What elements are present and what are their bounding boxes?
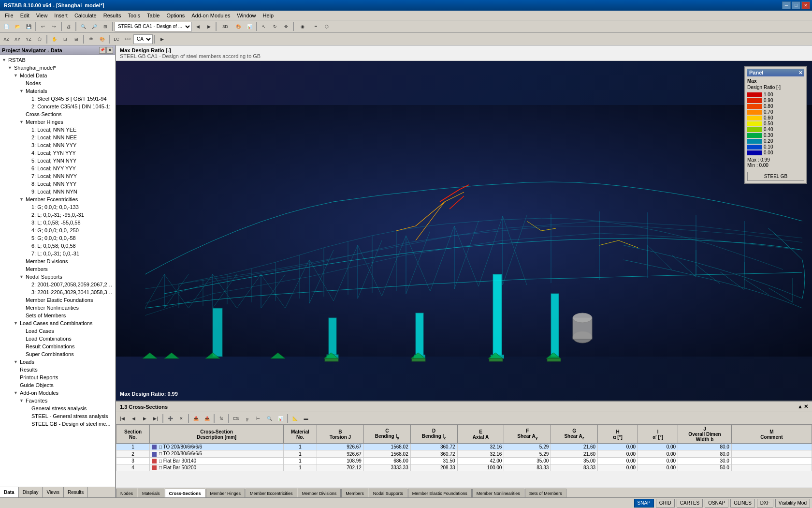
tree-item-nodes[interactable]: Nodes [0, 79, 115, 87]
close-button[interactable]: ✕ [801, 1, 810, 9]
bottom-tab-members[interactable]: Members [341, 489, 368, 497]
visibility-btn[interactable]: Visibility Mod [775, 499, 810, 508]
tree-item-ecc6[interactable]: 6: L; 0,0,58; 0,0,58 [0, 242, 115, 250]
tree-item-hinge9[interactable]: 9: Local; NNN NYN [0, 188, 115, 195]
menu-item-window[interactable]: Window [234, 12, 259, 19]
menu-item-add-on-modules[interactable]: Add-on Modules [188, 12, 233, 19]
next-btn[interactable]: ▶ [203, 21, 214, 32]
tree-item-model-data[interactable]: ▼Model Data [0, 72, 115, 79]
dxf-btn[interactable]: DXF [757, 499, 773, 508]
menu-item-tools[interactable]: Tools [125, 12, 143, 19]
table-del-btn[interactable]: ✕ [176, 413, 187, 424]
tree-item-ecc5[interactable]: 5: G; 0,0,0; 0,0,-58 [0, 234, 115, 242]
tree-item-member-hinges[interactable]: ▼Member Hinges [0, 118, 115, 126]
tree-item-scomb[interactable]: Super Combinations [0, 350, 115, 358]
fit-btn[interactable]: ⊞ [71, 34, 82, 45]
minimize-button[interactable]: ─ [782, 1, 791, 9]
tree-item-hinge1[interactable]: 1: Local; NNN YEE [0, 126, 115, 134]
design-combo[interactable]: STEEL GB CA1 - Design of ... [115, 22, 192, 31]
menu-item-help[interactable]: Help [260, 12, 277, 19]
load-no[interactable]: CA1 [133, 34, 153, 44]
table-row[interactable]: 1 □ TO 200/80/6/6/6/6 1 926.67 1568.02 3… [116, 444, 812, 450]
display-btn[interactable]: 👁 [86, 34, 96, 45]
bottom-tab-member-elastic-foundations[interactable]: Member Elastic Foundations [408, 489, 472, 497]
tree-item-steel-general[interactable]: STEEL - General stress analysis [0, 412, 115, 420]
steel-gb-button[interactable]: STEEL GB [747, 172, 804, 181]
render-btn[interactable]: 🎨 [233, 21, 244, 32]
top-view-btn[interactable]: XY [12, 34, 23, 45]
table-last-btn[interactable]: ▶| [150, 413, 161, 424]
tree-item-nodal-supports[interactable]: ▼Nodal Supports [0, 273, 115, 281]
grid-btn[interactable]: GRID [656, 499, 675, 508]
tree-item-cross-sections[interactable]: Cross-Sections [0, 110, 115, 118]
tree-item-member-ecc[interactable]: ▼Member Eccentricities [0, 195, 115, 203]
result-btn[interactable]: 📊 [244, 21, 255, 32]
print-btn[interactable]: 🖨 [63, 21, 74, 32]
tree-item-hinge6[interactable]: 6: Local; NYY YYY [0, 164, 115, 172]
bottom-tab-nodal-supports[interactable]: Nodal Supports [369, 489, 407, 497]
tree-item-sets-members[interactable]: Sets of Members [0, 312, 115, 319]
new-btn[interactable]: 📄 [1, 21, 12, 32]
table-ruler-btn[interactable]: 📐 [290, 413, 300, 424]
table-first-btn[interactable]: |◀ [117, 413, 128, 424]
bottom-tab-sets-of-members[interactable]: Sets of Members [525, 489, 566, 497]
zoom-window-btn[interactable]: ⊡ [60, 34, 71, 45]
menu-item-results[interactable]: Results [101, 12, 124, 19]
tree-item-hinge5[interactable]: 5: Local; YNN NYY [0, 157, 115, 164]
move-btn[interactable]: ✥ [281, 21, 291, 32]
menu-item-file[interactable]: File [2, 12, 16, 19]
save-btn[interactable]: 💾 [23, 21, 34, 32]
nav-tab-results[interactable]: Results [64, 487, 88, 497]
3d-view[interactable]: Panel ✕ Max Design Ratio [-] 1.000.900.8… [116, 61, 812, 401]
tree-item-shanghai[interactable]: ▼Shanghai_model* [0, 64, 115, 72]
table-export-btn[interactable]: 📤 [202, 413, 212, 424]
tree-item-member-nonlinear[interactable]: Member Nonlinearities [0, 304, 115, 312]
bottom-tab-nodes[interactable]: Nodes [116, 489, 137, 497]
zoom-out-btn[interactable]: 🔎 [89, 21, 100, 32]
tree-item-guide-objects[interactable]: Guide Objects [0, 381, 115, 389]
node-btn[interactable]: ◉ [295, 21, 310, 32]
table-import-btn[interactable]: 📥 [190, 413, 201, 424]
menu-item-calculate[interactable]: Calculate [72, 12, 100, 19]
tree-item-hinge3[interactable]: 3: Local; NNN YYY [0, 141, 115, 149]
maximize-button[interactable]: □ [792, 1, 800, 9]
bottom-tab-member-hinges[interactable]: Member Hinges [206, 489, 246, 497]
glines-btn[interactable]: GLINES [730, 499, 755, 508]
undo-btn[interactable]: ↩ [38, 21, 48, 32]
tree-item-rstab[interactable]: ▼RSTAB [0, 56, 115, 64]
tree-item-printout[interactable]: Printout Reports [0, 374, 115, 381]
bottom-tab-member-eccentricities[interactable]: Member Eccentricities [246, 489, 297, 497]
tree-item-ecc1[interactable]: 1: G; 0,0,0; 0,0,-133 [0, 203, 115, 211]
tree-item-gen-stress[interactable]: General stress analysis [0, 404, 115, 412]
nav-pin-btn[interactable]: 📌 [99, 47, 106, 54]
table-cs1-btn[interactable]: CS [231, 413, 241, 424]
table-close-btn[interactable]: ✕ [804, 403, 808, 410]
tree-item-steel-gb[interactable]: STEEL GB - Design of steel me... [0, 420, 115, 428]
snap-btn[interactable]: SNAP [634, 499, 654, 508]
menu-item-view[interactable]: View [33, 12, 51, 19]
bottom-tab-materials[interactable]: Materials [138, 489, 164, 497]
tree-item-member-elastic[interactable]: Member Elastic Foundations [0, 296, 115, 304]
combo-btn[interactable]: CO [122, 34, 133, 45]
side-view-btn[interactable]: YZ [23, 34, 34, 45]
tree-item-ecc3[interactable]: 3: L; 0,0,58; -55,0,58 [0, 219, 115, 226]
bottom-tab-member-divisions[interactable]: Member Divisions [298, 489, 341, 497]
3d-btn[interactable]: 3D [218, 21, 232, 32]
pan-btn[interactable]: ✋ [49, 34, 59, 45]
menu-item-options[interactable]: Options [163, 12, 188, 19]
tree-item-results[interactable]: Results [0, 366, 115, 374]
iso-view-btn[interactable]: ⬡ [34, 34, 45, 45]
surface-btn[interactable]: ⬡ [321, 21, 332, 32]
tree-item-lc[interactable]: Load Cases [0, 327, 115, 335]
table-formula-btn[interactable]: fx [216, 413, 227, 424]
menu-item-edit[interactable]: Edit [17, 12, 32, 19]
zoom-all-btn[interactable]: ⊞ [100, 21, 111, 32]
tree-item-ecc2[interactable]: 2: L; 0,0,-31; -95,0,-31 [0, 211, 115, 219]
tree-item-favorites[interactable]: ▼Favorites [0, 397, 115, 404]
tree-item-hinge2[interactable]: 2: Local; NNN NEE [0, 134, 115, 141]
table-cs2-btn[interactable]: ╔ [242, 413, 252, 424]
tree-item-hinge7[interactable]: 7: Local; NNN NYY [0, 172, 115, 180]
nav-tab-data[interactable]: Data [0, 487, 19, 497]
front-view-btn[interactable]: XZ [1, 34, 12, 45]
tree-item-members[interactable]: Members [0, 265, 115, 273]
